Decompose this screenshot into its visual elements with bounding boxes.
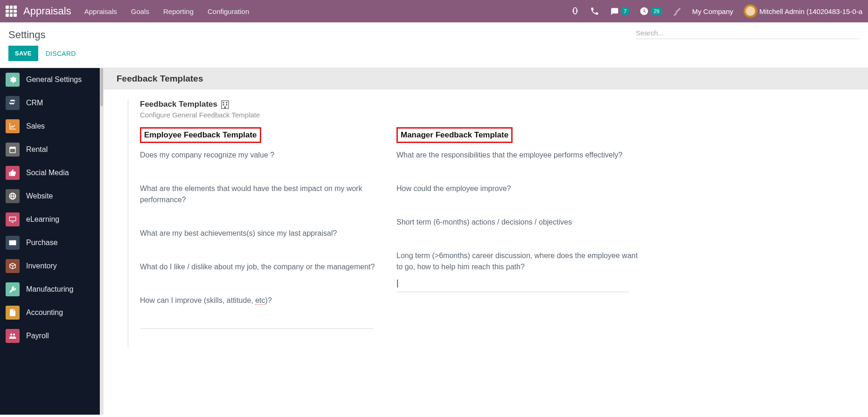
- user-name: Mitchell Admin (14020483-15-0-a: [759, 7, 862, 15]
- topbar: Appraisals Appraisals Goals Reporting Co…: [0, 0, 868, 22]
- svg-rect-3: [223, 104, 224, 105]
- manager-q4[interactable]: Long term (>6months) career discussion, …: [396, 250, 640, 273]
- block-subtitle: Configure General Feedback Template: [140, 111, 868, 119]
- sidebar-item-crm[interactable]: CRM: [0, 91, 100, 115]
- section-header: Feedback Templates: [104, 68, 868, 89]
- calendar-icon: [6, 143, 20, 157]
- menu-reporting[interactable]: Reporting: [163, 7, 194, 15]
- settings-sidebar: General SettingsCRMSalesRentalSocial Med…: [0, 68, 100, 415]
- debug-icon[interactable]: [570, 7, 580, 16]
- sidebar-item-label: Inventory: [26, 262, 57, 270]
- block-title: Feedback Templates: [140, 100, 217, 109]
- chart-icon: [6, 119, 20, 133]
- gear-icon: [6, 73, 20, 87]
- sidebar-item-label: Payroll: [26, 332, 49, 340]
- activities-badge: 29: [651, 7, 662, 15]
- apps-menu-icon[interactable]: [6, 6, 17, 17]
- manager-column: Manager Feedback Template What are the r…: [396, 127, 653, 329]
- discard-button[interactable]: DISCARD: [46, 50, 76, 57]
- sidebar-wrap: General SettingsCRMSalesRentalSocial Med…: [0, 68, 104, 415]
- manager-q3[interactable]: Short term (6-months) actions / decision…: [396, 217, 640, 228]
- buttons-row: SAVE DISCARD: [0, 46, 868, 68]
- employee-q5[interactable]: How can I improve (skills, attitude, etc…: [140, 295, 383, 306]
- left-border: [128, 99, 128, 348]
- employee-heading: Employee Feedback Template: [140, 127, 261, 143]
- company-selector[interactable]: My Company: [692, 7, 733, 15]
- tools-icon[interactable]: [673, 7, 682, 16]
- sidebar-item-accounting[interactable]: Accounting: [0, 301, 100, 324]
- manager-divider: [396, 292, 630, 292]
- search-box[interactable]: [636, 29, 860, 39]
- manager-q2[interactable]: How could the employee improve?: [396, 183, 640, 194]
- user-menu[interactable]: Mitchell Admin (14020483-15-0-a: [743, 4, 862, 18]
- box-icon: [6, 259, 20, 273]
- employee-q4[interactable]: What do I like / dislike about my job, t…: [140, 261, 383, 273]
- sidebar-item-label: Rental: [26, 145, 48, 154]
- app-title[interactable]: Appraisals: [23, 5, 71, 17]
- sidebar-item-rental[interactable]: Rental: [0, 138, 100, 161]
- phone-icon[interactable]: [590, 7, 599, 16]
- sidebar-item-general-settings[interactable]: General Settings: [0, 68, 100, 91]
- sidebar-item-inventory[interactable]: Inventory: [0, 254, 100, 278]
- employee-column: Employee Feedback Template Does my compa…: [140, 127, 396, 329]
- save-button[interactable]: SAVE: [8, 46, 38, 61]
- svg-rect-5: [224, 106, 226, 109]
- sidebar-item-elearning[interactable]: eLearning: [0, 208, 100, 231]
- sidebar-item-label: Manufacturing: [26, 285, 73, 294]
- avatar: [743, 4, 757, 18]
- messages-icon[interactable]: 7: [610, 7, 629, 16]
- menu-goals[interactable]: Goals: [131, 7, 149, 15]
- sidebar-item-label: CRM: [26, 99, 43, 107]
- sidebar-item-manufacturing[interactable]: Manufacturing: [0, 278, 100, 301]
- card-icon: [6, 236, 20, 250]
- sidebar-item-website[interactable]: Website: [0, 185, 100, 208]
- invoice-icon: [6, 306, 20, 320]
- globe-icon: [6, 189, 20, 203]
- svg-rect-4: [226, 104, 227, 105]
- sidebar-item-sales[interactable]: Sales: [0, 115, 100, 138]
- activities-icon[interactable]: 29: [639, 7, 662, 16]
- section-body: Feedback Templates Configure General Fee…: [104, 89, 868, 348]
- breadcrumb-title: Settings: [8, 29, 46, 41]
- content: Feedback Templates Feedback Templates Co…: [104, 68, 868, 415]
- people-icon: [6, 329, 20, 343]
- svg-rect-2: [226, 102, 227, 103]
- monitor-icon: [6, 212, 20, 226]
- sidebar-item-label: Website: [26, 192, 53, 200]
- scrollbar-track[interactable]: [100, 68, 104, 415]
- main: General SettingsCRMSalesRentalSocial Med…: [0, 68, 868, 415]
- sidebar-item-label: eLearning: [26, 215, 59, 224]
- employee-divider: [140, 328, 373, 329]
- menu-configuration[interactable]: Configuration: [208, 7, 249, 15]
- sidebar-item-social-media[interactable]: Social Media: [0, 161, 100, 185]
- sidebar-item-label: Purchase: [26, 239, 58, 247]
- thumb-icon: [6, 166, 20, 180]
- systray: 7 29 My Company Mitchell Admin (14020483…: [570, 4, 862, 18]
- sidebar-item-payroll[interactable]: Payroll: [0, 324, 100, 348]
- editor-cursor[interactable]: |: [396, 278, 640, 288]
- wrench-icon: [6, 282, 20, 296]
- sidebar-item-label: Social Media: [26, 169, 69, 177]
- manager-heading: Manager Feedback Template: [396, 127, 513, 143]
- employee-q2[interactable]: What are the elements that would have th…: [140, 183, 383, 205]
- control-panel: Settings: [0, 22, 868, 46]
- building-icon[interactable]: [221, 100, 229, 109]
- messages-badge: 7: [621, 7, 629, 15]
- search-input[interactable]: [636, 29, 860, 37]
- sidebar-item-label: Sales: [26, 122, 45, 130]
- svg-rect-1: [223, 102, 224, 103]
- hands-icon: [6, 96, 20, 110]
- top-menu: Appraisals Goals Reporting Configuration: [84, 7, 250, 15]
- scrollbar-thumb[interactable]: [100, 68, 103, 106]
- manager-q1[interactable]: What are the responsibilities that the e…: [396, 150, 640, 161]
- menu-appraisals[interactable]: Appraisals: [84, 7, 117, 15]
- sidebar-item-purchase[interactable]: Purchase: [0, 231, 100, 254]
- sidebar-item-label: Accounting: [26, 308, 63, 317]
- sidebar-item-label: General Settings: [26, 75, 82, 84]
- employee-q1[interactable]: Does my company recognize my value ?: [140, 150, 383, 161]
- employee-q3[interactable]: What are my best achievements(s) since m…: [140, 228, 383, 239]
